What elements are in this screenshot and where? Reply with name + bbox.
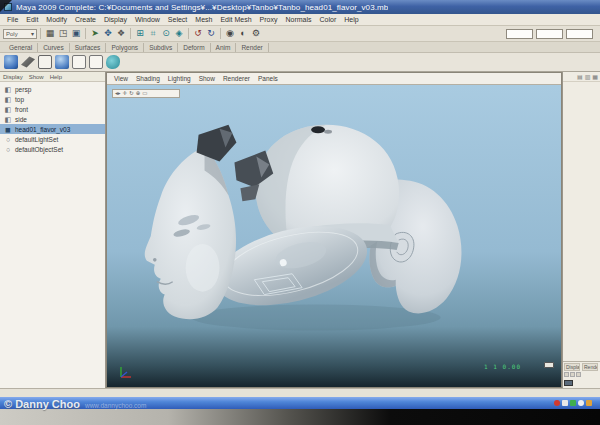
render-settings-icon[interactable]: ⚙ [250,28,262,40]
new-layer-icon[interactable] [564,372,569,377]
track-tool-icon[interactable]: ✛ [123,91,128,97]
viewport-3d-scene[interactable] [107,85,561,387]
outliner-menu-show[interactable]: Show [29,74,44,80]
camera-icon: ◧ [4,116,12,123]
outliner-item-default-light-set[interactable]: ○ defaultLightSet [0,134,105,144]
shelf-tab-anim[interactable]: Anim [211,43,237,52]
perspective-viewport[interactable]: View Shading Lighting Show Renderer Pane… [106,72,562,388]
outliner-item-front[interactable]: ◧ front [0,104,105,114]
snap-plane-icon[interactable]: ◈ [173,28,185,40]
layer-tab-render[interactable]: Render [582,363,598,371]
outliner-item-top[interactable]: ◧ top [0,94,105,104]
quick-select-field[interactable] [506,29,533,39]
vp-menu-lighting[interactable]: Lighting [164,75,195,82]
system-tray [554,400,600,406]
menu-proxy[interactable]: Proxy [256,16,282,23]
flat-card2-icon[interactable] [89,55,103,69]
quick-rename-field[interactable] [536,29,563,39]
menu-mesh[interactable]: Mesh [191,16,216,23]
camera-icon: ◧ [4,96,12,103]
frame-tool-icon[interactable]: ▭ [142,91,147,97]
chevron-down-icon: ▾ [31,30,34,37]
numeric-input-field[interactable] [566,29,593,39]
menu-help[interactable]: Help [340,16,362,23]
dolly-tool-icon[interactable]: ◂▸ [115,91,121,97]
viewport-floating-toolbar[interactable]: ◂▸ ✛ ↻ ⊕ ▭ [112,89,180,98]
outliner-menu-help[interactable]: Help [50,74,62,80]
layer-options-icon[interactable] [576,372,581,377]
shelf-tab-general[interactable]: General [4,43,38,52]
save-scene-icon[interactable]: ▣ [70,28,82,40]
window-titlebar[interactable]: Maya 2009 Complete: C:¥Documents and Set… [0,0,600,14]
shelf-tab-polygons[interactable]: Polygons [106,43,144,52]
vp-menu-renderer[interactable]: Renderer [219,75,254,82]
vp-menu-view[interactable]: View [110,75,132,82]
menu-window[interactable]: Window [131,16,164,23]
inputs-tab-icon[interactable]: ▦ [592,73,598,80]
vp-menu-panels[interactable]: Panels [254,75,282,82]
dome-top-hole [311,126,325,133]
shelf-icon-row [0,53,600,72]
subdiv-blob-icon[interactable] [106,55,120,69]
hud-frame-readout: 1 1 0.00 [484,363,521,370]
vp-menu-show[interactable]: Show [195,75,219,82]
menu-edit-mesh[interactable]: Edit Mesh [216,16,255,23]
tumble-tool-icon[interactable]: ↻ [129,91,134,97]
outliner-item-default-object-set[interactable]: ○ defaultObjectSet [0,144,105,154]
camera-icon: ◧ [4,86,12,93]
history-back-icon[interactable]: ↺ [192,28,204,40]
shelf-tab-render[interactable]: Render [236,43,268,52]
snap-grid-icon[interactable]: ⊞ [134,28,146,40]
menu-modify[interactable]: Modify [42,16,71,23]
layer-color-swatch[interactable] [564,380,573,386]
snap-point-icon[interactable]: ⊙ [160,28,172,40]
monitor-photo: Maya 2009 Complete: C:¥Documents and Set… [0,0,600,425]
shelf-tab-subdivs[interactable]: Subdivs [144,43,178,52]
poly-plane-icon[interactable] [21,55,35,69]
antivirus-tray-icon[interactable] [554,400,560,406]
new-scene-icon[interactable]: ▦ [44,28,56,40]
menu-edit[interactable]: Edit [22,16,42,23]
poly-cube-icon[interactable] [38,55,52,69]
poly-sphere-icon[interactable] [4,55,18,69]
menu-file[interactable]: File [3,16,22,23]
layer-tab-display[interactable]: Display [564,363,580,371]
history-forward-icon[interactable]: ↻ [205,28,217,40]
menu-select[interactable]: Select [164,16,191,23]
select-object-icon[interactable]: ✥ [102,28,114,40]
select-hierarchy-icon[interactable]: ➤ [89,28,101,40]
menu-display[interactable]: Display [100,16,131,23]
layer-row[interactable] [564,379,599,387]
help-line [0,388,600,397]
menuset-dropdown[interactable]: Poly▾ [3,29,37,39]
ime-tray-icon[interactable] [562,400,568,406]
flat-card-icon[interactable] [72,55,86,69]
update-tray-icon[interactable] [586,400,592,406]
snap-curve-icon[interactable]: ⌗ [147,28,159,40]
new-empty-layer-icon[interactable] [570,372,575,377]
channel-box-tab-icon[interactable]: ▤ [577,73,583,80]
layer-editor-tab-icon[interactable]: ▥ [585,73,591,80]
shelf-tab-deform[interactable]: Deform [178,43,210,52]
network-tray-icon[interactable] [570,400,576,406]
outliner-item-persp[interactable]: ◧ persp [0,84,105,94]
shelf-tab-curves[interactable]: Curves [38,43,70,52]
zoom-tool-icon[interactable]: ⊕ [136,91,141,97]
menu-color[interactable]: Color [316,16,341,23]
main-area: Display Show Help ◧ persp ◧ top ◧ f [0,72,600,388]
select-component-icon[interactable]: ❖ [115,28,127,40]
vp-menu-shading[interactable]: Shading [132,75,164,82]
viewport-corner-button[interactable] [544,362,554,368]
status-line-toolbar: Poly▾ ▦ ◳ ▣ ➤ ✥ ❖ ⊞ ⌗ ⊙ ◈ ↺ ↻ ◉ ◐ ⚙ [0,26,600,42]
nurbs-sphere-icon[interactable] [55,55,69,69]
open-scene-icon[interactable]: ◳ [57,28,69,40]
shelf-tab-surfaces[interactable]: Surfaces [70,43,107,52]
menu-create[interactable]: Create [71,16,100,23]
render-frame-icon[interactable]: ◉ [224,28,236,40]
outliner-item-side[interactable]: ◧ side [0,114,105,124]
outliner-menu-display[interactable]: Display [3,74,23,80]
ipr-render-icon[interactable]: ◐ [237,28,249,40]
menu-normals[interactable]: Normals [281,16,315,23]
volume-tray-icon[interactable] [578,400,584,406]
outliner-item-head-mesh[interactable]: ◼ head01_flavor_v03 [0,124,105,134]
